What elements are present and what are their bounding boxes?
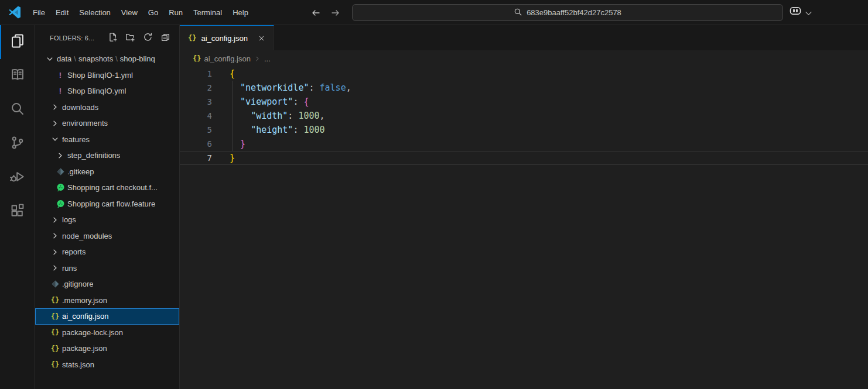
indent-guide [232, 81, 233, 151]
sidebar-section-title[interactable]: FOLDERS: 6... [50, 35, 94, 42]
tree-item-label: Shopping cart checkout.f... [67, 183, 158, 192]
chevron-right-icon [50, 247, 60, 257]
tree-item-downloads[interactable]: downloads [35, 99, 179, 116]
activity-search[interactable] [0, 93, 35, 127]
breadcrumb-more[interactable]: ... [264, 54, 271, 63]
tree-item-memory-json[interactable]: {}.memory.json [35, 292, 179, 309]
tree-item-environments[interactable]: environments [35, 115, 179, 132]
copilot-button[interactable] [789, 0, 812, 25]
line-number: 5 [180, 125, 212, 135]
tree-item-label: Shop BlinqIO.yml [67, 87, 126, 95]
new-folder-button[interactable] [125, 33, 135, 43]
code-text: "viewport": { [230, 97, 309, 107]
new-file-button[interactable] [108, 33, 118, 43]
tree-item-runs[interactable]: runs [35, 260, 179, 277]
json-file-icon: {} [50, 328, 60, 336]
code-editor[interactable]: 1{2 "networkidle": false,3 "viewport": {… [180, 67, 868, 389]
chevron-right-icon [55, 151, 66, 160]
chevron-right-icon [50, 102, 60, 112]
menu-item-run[interactable]: Run [163, 5, 188, 20]
tree-item-features[interactable]: features [35, 132, 179, 148]
command-center-search[interactable]: 683e9baaff52bf42d27c2578 [352, 4, 783, 21]
menu-item-help[interactable]: Help [227, 5, 254, 20]
tree-item-ai-config-json[interactable]: {}ai_config.json [35, 308, 179, 325]
tree-item-label: features [62, 135, 90, 144]
activity-run-debug[interactable] [0, 161, 35, 195]
back-arrow-icon[interactable] [308, 5, 323, 20]
json-icon: {} [188, 34, 196, 42]
files-icon [10, 33, 25, 51]
tree-item-label: logs [62, 215, 76, 224]
file-tree: data\snapshots\shop-blinq!Shop BlinqIO-1… [35, 51, 179, 389]
line-number: 3 [180, 97, 212, 106]
chevron-right-icon [50, 263, 60, 273]
git-file-icon [55, 167, 66, 176]
code-text: } [230, 153, 235, 163]
tree-item-stats-json[interactable]: {}stats.json [35, 357, 179, 373]
breadcrumb-file[interactable]: ai_config.json [204, 54, 251, 63]
tree-item-label: .gitkeep [67, 167, 94, 176]
path-separator: \ [113, 54, 120, 63]
tree-item-package-json[interactable]: {}package.json [35, 340, 179, 357]
tree-item-step-definitions[interactable]: step_definitions [35, 147, 179, 164]
tree-item-label: .gitignore [62, 280, 93, 288]
json-file-icon: {} [50, 296, 60, 304]
code-line-2: 2 "networkidle": false, [180, 81, 868, 95]
menu-item-terminal[interactable]: Terminal [188, 5, 227, 20]
breadcrumb: {} ai_config.json ... [180, 50, 868, 67]
collapse-folders-icon [160, 32, 170, 44]
book-icon [10, 67, 25, 85]
collapse-folders-button[interactable] [160, 33, 170, 43]
tree-item-label: package-lock.json [62, 328, 123, 337]
menu-item-view[interactable]: View [116, 5, 143, 20]
tree-item-shop-blinqio-yml[interactable]: !Shop BlinqIO.yml [35, 83, 179, 99]
yaml-file-icon: ! [55, 71, 66, 80]
tree-item-package-lock-json[interactable]: {}package-lock.json [35, 325, 179, 341]
menu-item-file[interactable]: File [28, 5, 50, 20]
cucumber-file-icon [55, 183, 66, 192]
activity-book[interactable] [0, 59, 35, 93]
tree-item-shopping-cart-checkout-f[interactable]: Shopping cart checkout.f... [35, 180, 179, 196]
chevron-down-icon [805, 8, 812, 18]
tree-item-node-modules[interactable]: node_modules [35, 228, 179, 245]
menu-item-selection[interactable]: Selection [74, 5, 115, 20]
tree-item-label: environments [62, 119, 108, 128]
tree-item-label: downloads [62, 103, 98, 112]
debug-icon [10, 169, 25, 187]
forward-arrow-icon[interactable] [328, 5, 343, 20]
menu-item-edit[interactable]: Edit [50, 5, 74, 20]
code-text: "height": 1000 [230, 125, 325, 135]
tree-item-gitignore[interactable]: .gitignore [35, 276, 179, 292]
close-icon[interactable] [256, 32, 268, 44]
tree-item-label: Shop BlinqIO-1.yml [67, 71, 133, 80]
code-text: { [230, 68, 235, 79]
activity-extensions[interactable] [0, 195, 35, 229]
line-number: 1 [180, 69, 212, 78]
menu-item-go[interactable]: Go [143, 5, 163, 20]
tab-ai-config-json[interactable]: {} ai_config.json [180, 25, 274, 50]
code-line-6: 6 } [180, 137, 868, 151]
tree-item-label: node_modules [62, 232, 112, 240]
tree-item-label: stats.json [62, 360, 94, 369]
tree-item-shop-blinqio-1-yml[interactable]: !Shop BlinqIO-1.yml [35, 67, 179, 84]
copilot-icon [789, 6, 803, 19]
activity-explorer[interactable] [0, 25, 35, 59]
activity-bar [0, 25, 35, 389]
tree-item-gitkeep[interactable]: .gitkeep [35, 164, 179, 180]
tree-item-reports[interactable]: reports [35, 244, 179, 260]
chevron-down-icon [45, 54, 55, 64]
tree-item-label: ai_config.json [62, 312, 109, 321]
chevron-right-icon [254, 55, 261, 63]
menu-bar: FileEditSelectionViewGoRunTerminalHelp [28, 5, 254, 20]
tree-item-shopping-cart-flow-feature[interactable]: Shopping cart flow.feature [35, 196, 179, 212]
tree-item-logs[interactable]: logs [35, 212, 179, 228]
yaml-file-icon: ! [55, 87, 66, 95]
activity-source-control[interactable] [0, 127, 35, 161]
refresh-button[interactable] [143, 33, 153, 43]
path-separator: \ [71, 54, 78, 63]
history-navigation [308, 0, 343, 25]
json-icon: {} [193, 54, 201, 63]
git-file-icon [50, 280, 60, 288]
search-icon [10, 101, 25, 119]
tree-item-data-snapshots-shop-blinq[interactable]: data\snapshots\shop-blinq [35, 51, 179, 67]
